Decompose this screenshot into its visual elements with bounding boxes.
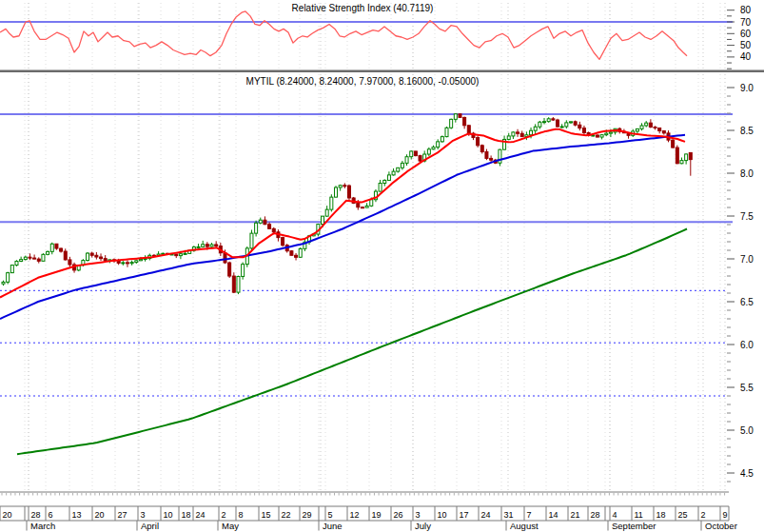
week-label: 24 <box>196 510 206 520</box>
fast-ma-line <box>0 129 685 298</box>
up-candle <box>427 149 430 154</box>
week-label: 22 <box>282 510 291 520</box>
up-candle <box>335 187 338 197</box>
week-label: 17 <box>460 510 469 520</box>
down-candle <box>126 263 128 264</box>
up-candle <box>250 233 253 248</box>
week-label: 5 <box>328 510 333 520</box>
down-candle <box>662 131 665 133</box>
ma-slow <box>0 135 685 319</box>
down-candle <box>100 257 103 259</box>
down-candle <box>485 152 488 159</box>
month-label: October <box>705 521 737 531</box>
ma-fast <box>0 129 685 298</box>
down-candle <box>520 133 523 136</box>
down-candle <box>268 225 271 229</box>
up-candle <box>130 263 133 264</box>
rsi-axis: 4050607080 <box>727 5 752 69</box>
up-candle <box>560 127 563 128</box>
up-candle <box>370 200 373 207</box>
down-candle <box>90 253 93 255</box>
up-candle <box>640 126 643 128</box>
down-candle <box>282 238 284 246</box>
up-candle <box>685 154 688 161</box>
down-candle <box>658 128 661 130</box>
week-label: 28 <box>591 510 600 520</box>
down-candle <box>578 125 581 128</box>
down-candle <box>490 158 493 160</box>
up-candle <box>210 245 213 246</box>
up-candle <box>325 209 328 216</box>
week-label: 19 <box>372 510 382 520</box>
down-candle <box>264 220 266 225</box>
up-candle <box>680 161 683 164</box>
down-candle <box>33 258 36 259</box>
week-label: 24 <box>481 510 491 520</box>
week-label: 15 <box>262 510 271 520</box>
price-axis-label: 4.5 <box>740 468 754 479</box>
up-candle <box>410 151 413 157</box>
week-label: 31 <box>504 510 514 520</box>
month-label: June <box>323 521 343 531</box>
rsi-axis-label: 70 <box>740 17 752 28</box>
panel-separator <box>0 70 764 73</box>
up-candle <box>135 261 138 263</box>
up-candle <box>299 248 302 257</box>
down-candle <box>347 186 350 198</box>
week-label: 20 <box>3 510 12 520</box>
slow-ma-line <box>0 135 685 319</box>
week-label: 20 <box>95 510 105 520</box>
week-label: 3 <box>141 510 146 520</box>
down-candle <box>361 207 363 208</box>
price-axis-label: 6.0 <box>740 340 754 350</box>
down-candle <box>215 245 218 246</box>
down-candle <box>649 123 652 127</box>
week-label: 21 <box>571 510 580 520</box>
down-candle <box>60 248 63 251</box>
up-candle <box>405 157 408 164</box>
price-axis-label: 9.0 <box>740 83 754 93</box>
up-candle <box>547 119 550 122</box>
up-candle <box>242 265 245 277</box>
down-candle <box>175 254 178 256</box>
up-candle <box>339 186 342 187</box>
down-candle <box>557 120 559 127</box>
up-candle <box>237 276 240 292</box>
month-label: August <box>510 521 539 531</box>
down-candle <box>654 127 656 128</box>
price-axis-label: 8.5 <box>740 126 754 136</box>
down-candle <box>104 259 107 261</box>
week-label: 3 <box>416 510 421 520</box>
week-label: 10 <box>438 510 447 520</box>
week-label: 28 <box>31 510 41 520</box>
up-candle <box>437 142 440 148</box>
up-candle <box>10 266 13 273</box>
up-candle <box>539 122 541 127</box>
up-candle <box>50 244 53 251</box>
month-label: April <box>141 521 159 531</box>
week-label: 9 <box>723 510 728 520</box>
week-label: 12 <box>350 510 360 520</box>
price-axis-label: 7.0 <box>740 254 754 265</box>
up-candle <box>255 223 258 233</box>
week-label: 26 <box>394 510 403 520</box>
rsi-line <box>0 11 687 59</box>
price-axis-label: 7.5 <box>740 211 754 222</box>
down-candle <box>343 186 346 187</box>
up-candle <box>24 257 27 259</box>
down-candle <box>295 255 298 257</box>
down-candle <box>29 257 31 258</box>
up-candle <box>322 216 324 224</box>
week-label: 29 <box>303 510 312 520</box>
week-label: 27 <box>118 510 127 520</box>
up-candle <box>259 220 262 223</box>
week-label: 2 <box>222 510 226 520</box>
date-axis: 2028613202731018242815222951219263101724… <box>0 493 737 531</box>
up-candle <box>379 184 382 192</box>
chart-canvas: 40506070809.08.58.07.57.06.56.05.55.04.5… <box>0 0 764 532</box>
month-label: September <box>612 521 656 531</box>
up-candle <box>441 137 443 142</box>
down-candle <box>272 228 275 231</box>
up-candle <box>450 119 453 128</box>
week-label: 18 <box>182 510 191 520</box>
